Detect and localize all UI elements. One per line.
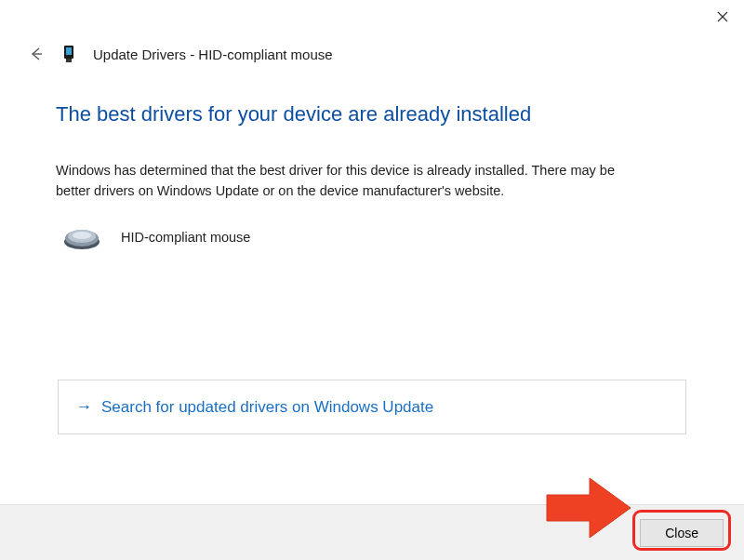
svg-rect-4 [66, 47, 72, 55]
window-close-button[interactable] [701, 0, 744, 33]
header-row: Update Drivers - HID-compliant mouse [28, 45, 333, 63]
monitor-icon [61, 45, 76, 63]
svg-point-9 [73, 232, 91, 239]
back-arrow-icon [28, 46, 45, 62]
window-title: Update Drivers - HID-compliant mouse [93, 47, 333, 62]
search-windows-update-link[interactable]: → Search for updated drivers on Windows … [58, 380, 686, 434]
device-row: HID-compliant mouse [61, 224, 688, 250]
headline: The best drivers for your device are alr… [56, 102, 688, 127]
back-button[interactable] [28, 46, 45, 62]
close-icon [717, 11, 728, 22]
device-small-icon [61, 45, 76, 63]
action-link-text: Search for updated drivers on Windows Up… [101, 398, 433, 417]
description-text: Windows has determined that the best dri… [56, 160, 651, 202]
content-area: The best drivers for your device are alr… [56, 102, 688, 250]
device-label: HID-compliant mouse [121, 230, 250, 245]
button-bar: Close [0, 504, 744, 560]
close-button[interactable]: Close [640, 519, 724, 547]
mouse-icon [61, 224, 102, 250]
titlebar [0, 0, 744, 33]
arrow-right-icon: → [75, 397, 92, 417]
svg-rect-5 [66, 59, 72, 62]
